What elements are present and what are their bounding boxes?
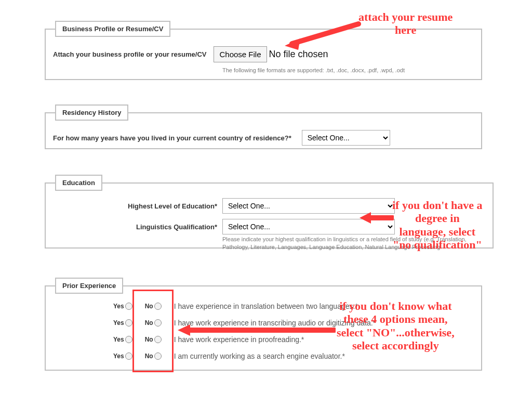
label-yes-3: Yes	[113, 336, 124, 343]
select-linguistics-qualification[interactable]: Select One...	[222, 219, 395, 234]
radio-q4-no[interactable]	[154, 352, 162, 360]
legend-prior-experience: Prior Experience	[55, 278, 123, 294]
label-yes-2: Yes	[113, 319, 124, 326]
label-yes-1: Yes	[113, 303, 124, 310]
radio-q3-no[interactable]	[154, 336, 162, 343]
select-residency-years[interactable]: Select One...	[302, 130, 390, 146]
radio-q1-no[interactable]	[154, 303, 162, 310]
annotation-select-no: if you don't know what these 4 options m…	[337, 299, 455, 352]
radio-q3-yes[interactable]	[125, 336, 132, 343]
question-1: I have experience in translation between…	[174, 302, 358, 310]
legend-education: Education	[55, 175, 102, 191]
no-file-chosen-text: No file chosen	[269, 49, 328, 60]
choose-file-button[interactable]: Choose File	[214, 46, 267, 62]
select-highest-education[interactable]: Select One...	[222, 198, 395, 214]
annotation-no-qualification: if you don't have a degree in language, …	[392, 199, 483, 251]
question-4: I am currently working as a search engin…	[174, 352, 345, 360]
label-highest-education: Highest Level of Education*	[46, 202, 222, 210]
radio-q2-no[interactable]	[154, 319, 162, 326]
radio-q4-yes[interactable]	[125, 352, 132, 360]
label-yes-4: Yes	[113, 352, 124, 360]
annotation-attach-resume: attach your resume here	[358, 10, 453, 37]
supported-formats-hint: The following file formats are supported…	[46, 62, 481, 74]
legend-residency: Residency History	[55, 104, 128, 121]
radio-q1-yes[interactable]	[125, 303, 132, 310]
label-no-4: No	[145, 352, 153, 360]
fieldset-residency: Residency History For how many years hav…	[45, 104, 482, 149]
label-attach-resume: Attach your business profile or your res…	[53, 50, 206, 58]
question-3: I have work experience in proofreading.*	[174, 335, 304, 344]
radio-q2-yes[interactable]	[125, 319, 132, 326]
label-no-2: No	[145, 319, 153, 326]
label-no-1: No	[145, 303, 153, 310]
legend-business-profile: Business Profile or Resume/CV	[55, 21, 170, 37]
label-residency-years: For how many years have you lived in you…	[53, 134, 291, 142]
label-linguistics-qualification: Linguistics Qualification*	[46, 223, 222, 231]
label-no-3: No	[145, 336, 153, 343]
